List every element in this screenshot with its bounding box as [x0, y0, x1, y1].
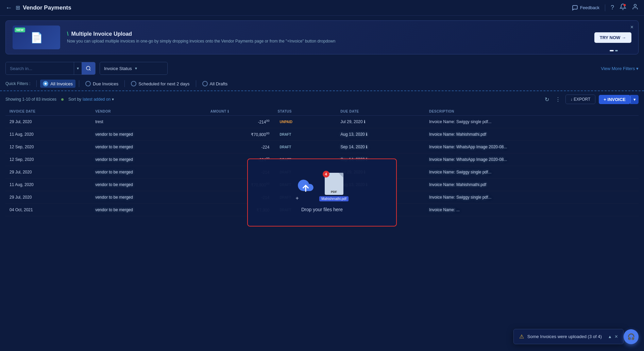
- cell-description: Invoice Name: WhatsApp Image 2020-08...: [425, 141, 639, 153]
- view-more-filters-button[interactable]: View More Filters ▾: [601, 66, 639, 71]
- sort-field[interactable]: latest added on: [83, 97, 111, 102]
- col-due-date: DUE DATE: [336, 107, 425, 116]
- try-now-button[interactable]: TRY NOW →: [594, 32, 631, 43]
- cell-amount: -21400: [206, 116, 274, 128]
- help-icon[interactable]: ?: [611, 4, 614, 11]
- quick-filters: Quick Filters : All Invoices Due Invoice…: [0, 78, 644, 88]
- cell-vendor: vendor to be merged: [91, 179, 206, 191]
- cell-date: 29 Jul, 2020: [5, 191, 91, 204]
- filter-scheduled-label: Scheduled for next 2 days: [138, 81, 189, 86]
- top-nav: ← ⊞ Vendor Payments Feedback ?: [0, 0, 644, 16]
- filter-all-drafts[interactable]: All Drafts: [200, 80, 231, 88]
- cell-description: Invoice Name: Swiggy single pdf...: [425, 191, 639, 204]
- cell-amount: ₹70,80000: [206, 179, 274, 191]
- svg-point-2: [86, 66, 90, 70]
- cell-status: DRAFT: [273, 153, 336, 166]
- qf-divider-2: [124, 80, 125, 87]
- cell-description: Invoice Name: Mahishmathi.pdf: [425, 128, 639, 141]
- table-row[interactable]: 29 Jul, 2020 vendor to be merged -214 DR…: [5, 191, 639, 204]
- filter-scheduled[interactable]: Scheduled for next 2 days: [128, 80, 192, 88]
- cell-date: 12 Sep, 2020: [5, 141, 91, 153]
- filters-row: ▾ Invoice Status ▾ View More Filters ▾: [0, 59, 644, 78]
- back-button[interactable]: ←: [5, 4, 12, 12]
- search-input[interactable]: [6, 66, 74, 71]
- nav-right: Feedback ?: [572, 3, 639, 12]
- qf-divider-1: [79, 80, 79, 87]
- notification-icon[interactable]: [620, 3, 626, 12]
- filter-drafts-radio: [202, 81, 208, 86]
- cell-vendor: vendor to be merged: [91, 166, 206, 179]
- table-row[interactable]: 12 Sep, 2020 vendor to be merged -22400 …: [5, 153, 639, 166]
- qf-divider-0: [36, 80, 37, 87]
- cell-vendor: vendor to be merged: [91, 204, 206, 216]
- page-icon: ⊞: [16, 4, 20, 11]
- banner-dot-1: [610, 50, 614, 51]
- svg-point-0: [624, 4, 626, 6]
- table-area: Showing 1-10 of 83 invoices Sort by late…: [0, 91, 644, 220]
- banner-close-button[interactable]: ×: [630, 24, 633, 30]
- more-options-button[interactable]: ⋮: [554, 95, 562, 104]
- filter-all-invoices[interactable]: All Invoices: [40, 80, 75, 88]
- cell-due-date: Jul 29, 2020 ℹ: [336, 116, 425, 128]
- table-row[interactable]: 11 Aug, 2020 vendor to be merged ₹70,800…: [5, 179, 639, 191]
- filter-due-invoices[interactable]: Due Invoices: [83, 80, 121, 88]
- headset-icon: 🎧: [627, 333, 635, 340]
- cell-status: DRAFT: [273, 191, 336, 204]
- svg-point-1: [634, 4, 637, 7]
- filter-scheduled-radio: [131, 81, 136, 86]
- support-button[interactable]: 🎧: [624, 329, 639, 344]
- user-icon[interactable]: [632, 3, 639, 12]
- cell-date: 12 Sep, 2020: [5, 153, 91, 166]
- cell-vendor: vendor to be merged: [91, 128, 206, 141]
- table-row[interactable]: 29 Jul, 2020 trest -21400 UNPAID Jul 29,…: [5, 116, 639, 128]
- col-description: DESCRIPTION: [425, 107, 639, 116]
- col-invoice-date: INVOICE DATE: [5, 107, 91, 116]
- add-invoice-button[interactable]: + INVOICE: [599, 95, 630, 104]
- col-amount: AMOUNT ℹ: [206, 107, 274, 116]
- invoice-dropdown-button[interactable]: ▾: [630, 95, 639, 104]
- promo-banner: NEW 📄 Multiple Invoice Upload Now you ca…: [5, 20, 639, 54]
- invoice-btn-group: + INVOICE ▾: [599, 95, 639, 104]
- toast-actions: ▲ ×: [608, 334, 618, 340]
- qf-divider-3: [196, 80, 196, 87]
- new-badge: NEW: [15, 28, 25, 32]
- banner-dots: [610, 50, 618, 51]
- toast-close-button[interactable]: ×: [615, 334, 618, 340]
- table-header-row: Showing 1-10 of 83 invoices Sort by late…: [5, 95, 639, 104]
- toast-expand-button[interactable]: ▲: [608, 334, 612, 339]
- filter-drafts-label: All Drafts: [210, 81, 228, 86]
- export-button[interactable]: ↓ EXPORT: [565, 95, 595, 104]
- table-row[interactable]: 12 Sep, 2020 vendor to be merged -224 DR…: [5, 141, 639, 153]
- cell-status: UNPAID: [273, 116, 336, 128]
- status-filter-chevron: ▾: [135, 66, 163, 71]
- cell-date: 29 Jul, 2020: [5, 166, 91, 179]
- table-row[interactable]: 29 Jul, 2020 vendor to be merged -214 DR…: [5, 166, 639, 179]
- table-row[interactable]: 04 Oct, 2021 vendor to be merged ₹7,900 …: [5, 204, 639, 216]
- feedback-label: Feedback: [580, 5, 599, 10]
- cell-amount: -214: [206, 191, 274, 204]
- cell-due-date: Aug 13, 2020 ℹ: [336, 128, 425, 141]
- invoice-status-filter[interactable]: Invoice Status ▾: [100, 62, 168, 75]
- banner-description: Now you can upload multiple invoices in …: [67, 38, 588, 44]
- cell-status: DRAFT: [273, 204, 336, 216]
- banner-content: Multiple Invoice Upload Now you can uplo…: [67, 31, 588, 44]
- search-go-button[interactable]: [82, 62, 95, 74]
- cell-amount: -22400: [206, 153, 274, 166]
- sort-chevron[interactable]: ▾: [112, 97, 114, 102]
- cell-amount: ₹70,80000: [206, 128, 274, 141]
- cell-vendor: vendor to be merged: [91, 191, 206, 204]
- invoices-table: INVOICE DATE VENDOR AMOUNT ℹ STATUS DUE …: [5, 107, 639, 216]
- cell-amount: ₹7,900: [206, 204, 274, 216]
- banner-image: NEW 📄: [13, 26, 60, 49]
- cell-date: 11 Aug, 2020: [5, 179, 91, 191]
- doc-icon: 📄: [30, 32, 43, 44]
- refresh-button[interactable]: ↻: [543, 95, 550, 104]
- page-title: Vendor Payments: [23, 4, 572, 11]
- cell-due-date: Sep 14, 2020 ℹ: [336, 141, 425, 153]
- cell-status: DRAFT: [273, 179, 336, 191]
- sort-info: Sort by latest added on ▾: [68, 97, 114, 102]
- search-dropdown-button[interactable]: ▾: [74, 62, 82, 74]
- table-row[interactable]: 11 Aug, 2020 vendor to be merged ₹70,800…: [5, 128, 639, 141]
- feedback-button[interactable]: Feedback: [572, 5, 599, 11]
- table-head-row: INVOICE DATE VENDOR AMOUNT ℹ STATUS DUE …: [5, 107, 639, 116]
